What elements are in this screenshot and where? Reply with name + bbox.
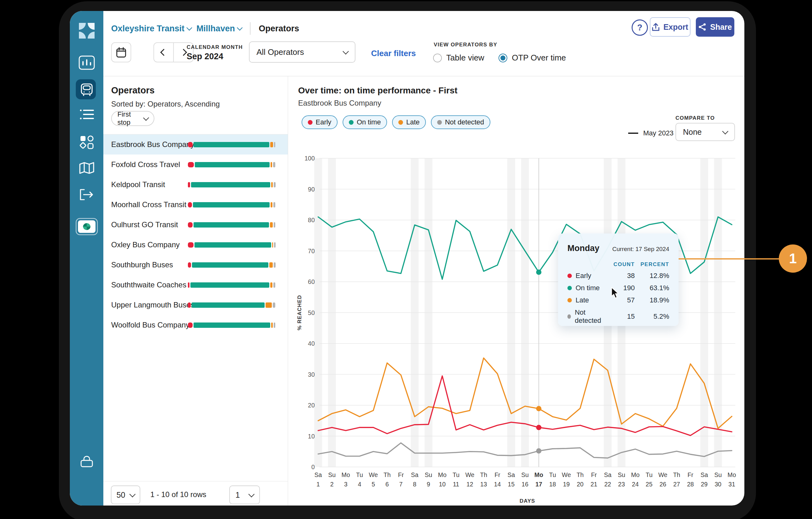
annotation-marker-1: 1: [779, 244, 807, 273]
compare-to-select[interactable]: None: [675, 123, 735, 141]
y-tick-label: 40: [308, 340, 315, 347]
bar-notdetected-segment: [273, 282, 275, 288]
legend-pill-on-time[interactable]: On time: [343, 115, 387, 129]
operator-name: Keldpool Transit: [111, 180, 165, 189]
x-tick-day: 22: [604, 481, 611, 488]
chart-title: Over time: on time performance - First: [298, 86, 458, 95]
x-tick-day: 2: [330, 481, 334, 488]
legend-label: Early: [316, 118, 331, 126]
screenshot-stage: Oxleyshire Transit Millhaven Operators ?…: [0, 0, 812, 519]
x-tick-day: 29: [701, 481, 708, 488]
operator-otp-bar: [188, 222, 276, 227]
x-tick-weekday: Sa: [507, 471, 515, 478]
bus-icon: [80, 83, 94, 97]
legend-pill-late[interactable]: Late: [392, 115, 426, 129]
calendar-month-label: CALENDAR MONTH: [186, 44, 243, 51]
sidebar-item-operators[interactable]: [70, 83, 103, 97]
x-tick-weekday: Fr: [688, 471, 694, 478]
bar-notdetected-segment: [274, 323, 275, 328]
export-button[interactable]: Export: [650, 17, 691, 37]
tooltip-row-percent: 12.8%: [640, 272, 669, 280]
operator-row[interactable]: Oulhurst GO Transit: [103, 215, 288, 235]
chevron-down-icon: [237, 25, 242, 30]
bar-late-segment: [270, 162, 272, 167]
bar-ontime-segment: [192, 302, 265, 308]
comparison-legend: May 2023: [628, 129, 674, 137]
bar-late-segment: [271, 323, 273, 328]
operator-row[interactable]: Moorhall Cross Transit: [103, 195, 288, 215]
x-tick-day: 3: [344, 481, 348, 488]
operator-row[interactable]: Southburgh Buses: [103, 255, 288, 275]
sidebar-item-blocks[interactable]: [70, 135, 103, 149]
calendar-icon: [116, 47, 126, 58]
page-size-select[interactable]: 50: [111, 486, 140, 504]
help-button[interactable]: ?: [632, 20, 648, 36]
chevron-down-icon: [343, 48, 349, 55]
x-tick-weekday: Su: [521, 471, 529, 478]
x-tick-weekday: Th: [577, 471, 584, 478]
sidebar-item-lock[interactable]: [70, 455, 103, 468]
bar-notdetected-segment: [273, 162, 275, 167]
operator-row[interactable]: Upper Langmouth Buses: [103, 295, 288, 315]
operator-row[interactable]: Oxley Bus Company: [103, 235, 288, 255]
prev-month-button[interactable]: [154, 43, 174, 62]
x-tick-weekday: Su: [618, 471, 626, 478]
x-tick-weekday: Su: [425, 471, 432, 478]
sidebar-item-reports[interactable]: [70, 55, 103, 70]
x-tick-weekday: Fr: [398, 471, 404, 478]
bar-early-segment: [188, 182, 190, 187]
breadcrumb-region[interactable]: Millhaven: [196, 24, 242, 33]
operator-row[interactable]: Souththwaite Coaches: [103, 275, 288, 295]
chevron-down-icon: [186, 25, 192, 30]
operators-filter-select[interactable]: All Operators: [249, 42, 355, 63]
operator-otp-bar: [188, 202, 276, 208]
annotation-connector-line: [678, 258, 779, 260]
chevron-right-icon: [180, 49, 187, 56]
operator-name: Foxfold Cross Travel: [111, 160, 180, 169]
operator-name: Oxley Bus Company: [111, 240, 180, 249]
sidebar-item-logout[interactable]: [70, 189, 103, 200]
operator-row[interactable]: Woolfold Bus Company: [103, 315, 288, 335]
x-tick-weekday: Th: [384, 471, 391, 478]
sidebar-item-map[interactable]: [70, 162, 103, 174]
sidebar-item-list[interactable]: [70, 109, 103, 120]
x-tick-weekday: Sa: [700, 471, 708, 478]
x-tick-day: 27: [673, 481, 680, 488]
operator-row[interactable]: Eastbrook Bus Company: [103, 134, 288, 155]
app-badge-icon: [76, 218, 98, 235]
x-tick-weekday: Sa: [314, 471, 322, 478]
share-icon: [698, 23, 706, 31]
bar-ontime-segment: [194, 142, 269, 147]
calendar-button[interactable]: [111, 42, 131, 62]
bar-notdetected-segment: [274, 242, 276, 248]
breadcrumb-org[interactable]: Oxleyshire Transit: [111, 24, 191, 33]
breadcrumb-org-label: Oxleyshire Transit: [111, 24, 184, 33]
bar-early-segment: [188, 302, 191, 308]
operator-row[interactable]: Keldpool Transit: [103, 174, 288, 195]
radio-off-icon: [433, 54, 442, 62]
page-select[interactable]: 1: [229, 486, 260, 504]
legend-pill-early[interactable]: Early: [301, 115, 338, 129]
sidebar-item-app-badge[interactable]: [70, 218, 103, 235]
radio-table-view-label: Table view: [446, 53, 484, 63]
chevron-left-icon: [160, 49, 167, 56]
stop-select[interactable]: First stop: [111, 111, 154, 126]
bar-late-segment: [270, 142, 273, 147]
app-window: Oxleyshire Transit Millhaven Operators ?…: [70, 11, 744, 506]
y-tick-label: 10: [308, 433, 315, 440]
x-tick-day: 26: [660, 481, 666, 488]
export-icon: [652, 23, 660, 31]
radio-otp-over-time[interactable]: OTP Over time: [498, 53, 566, 63]
x-tick-day: 4: [358, 481, 361, 488]
comparison-legend-label: May 2023: [643, 129, 674, 137]
operators-panel-title: Operators: [111, 85, 155, 95]
otp-line-chart[interactable]: 0102030405060708090100Sa1Su2Mo3Tu4We5Th6…: [286, 149, 739, 506]
share-button[interactable]: Share: [696, 17, 734, 37]
x-tick-day: 12: [466, 481, 473, 488]
operator-row[interactable]: Foxfold Cross Travel: [103, 155, 288, 174]
list-icon: [80, 109, 94, 120]
radio-table-view[interactable]: Table view: [433, 53, 484, 63]
clear-filters-link[interactable]: Clear filters: [371, 49, 416, 58]
legend-pill-not-detected[interactable]: Not detected: [431, 115, 490, 129]
x-tick-weekday: Tu: [356, 471, 363, 478]
